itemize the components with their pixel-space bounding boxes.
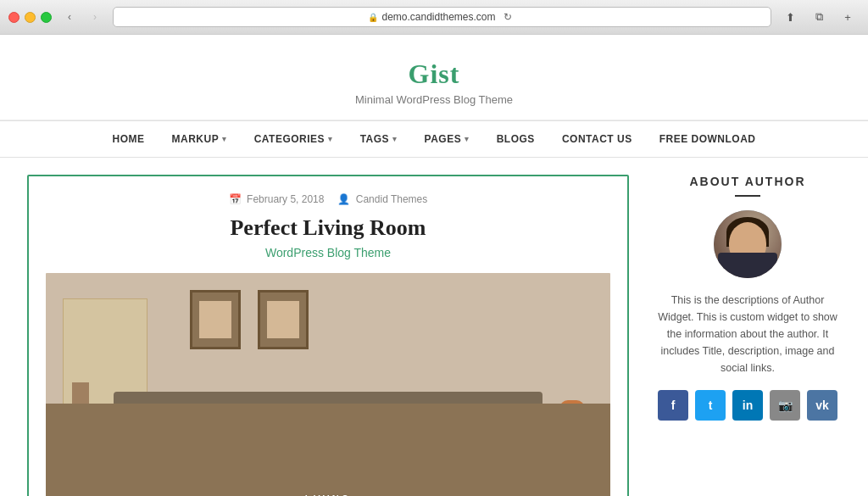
avatar-bg (714, 210, 782, 278)
nav-categories[interactable]: CATEGORIES ▾ (241, 121, 347, 157)
room-floor (46, 404, 610, 496)
minimize-button[interactable] (25, 12, 36, 23)
toolbar-right: ⬆ ⧉ + (778, 8, 860, 26)
forward-button[interactable]: › (84, 8, 106, 25)
url-bar[interactable]: 🔒 demo.candidthemes.com ↻ (113, 7, 771, 27)
article-author: 👤 Candid Themes (337, 193, 427, 205)
main-layout: 📅 February 5, 2018 👤 Candid Themes Perfe… (10, 158, 858, 496)
url-text: demo.candidthemes.com (381, 11, 495, 23)
reload-button[interactable]: ↻ (499, 8, 516, 25)
linkedin-button[interactable]: in (732, 390, 763, 421)
article-subtitle[interactable]: WordPress Blog Theme (46, 246, 610, 259)
nav-pages-arrow: ▾ (465, 135, 470, 143)
website: Gist Minimal WordPress Blog Theme HOME M… (0, 35, 868, 496)
nav-tags-arrow: ▾ (392, 135, 398, 143)
instagram-button[interactable]: 📷 (770, 390, 800, 421)
vk-button[interactable]: vk (807, 390, 837, 421)
nav-categories-arrow: ▾ (328, 135, 333, 143)
avatar-body (718, 253, 777, 278)
sidebar: ABOUT AUTHOR This is the descriptions of… (654, 175, 841, 496)
article-title[interactable]: Perfect Living Room (46, 215, 610, 241)
calendar-icon: 📅 (229, 193, 242, 205)
person-icon: 👤 (337, 193, 350, 205)
lock-icon: 🔒 (368, 13, 378, 22)
nav-buttons: ‹ › (58, 8, 106, 25)
nav-tags[interactable]: TAGS ▾ (347, 121, 411, 157)
site-nav: HOME MARKUP ▾ CATEGORIES ▾ TAGS ▾ PAGES … (0, 120, 868, 158)
picture-frame-1 (190, 290, 241, 349)
nav-blogs[interactable]: BLOGS (483, 121, 548, 157)
about-author-widget: ABOUT AUTHOR This is the descriptions of… (654, 175, 841, 421)
back-button[interactable]: ‹ (58, 8, 81, 25)
site-header: Gist Minimal WordPress Blog Theme (0, 35, 868, 120)
nav-home[interactable]: HOME (99, 121, 159, 157)
article-date: 📅 February 5, 2018 (229, 193, 325, 205)
site-tagline: Minimal WordPress Blog Theme (0, 93, 868, 106)
widget-title-bar (735, 195, 760, 197)
article-card: 📅 February 5, 2018 👤 Candid Themes Perfe… (27, 175, 629, 496)
room-scene: LIVING (46, 273, 610, 496)
twitter-button[interactable]: t (695, 390, 726, 421)
share-button[interactable]: ⬆ (778, 8, 802, 26)
nav-markup-arrow: ▾ (222, 135, 227, 143)
site-title[interactable]: Gist (0, 59, 868, 90)
author-avatar (714, 210, 782, 278)
nav-pages[interactable]: PAGES ▾ (411, 121, 483, 157)
article-meta: 📅 February 5, 2018 👤 Candid Themes (46, 193, 610, 205)
close-button[interactable] (8, 12, 19, 23)
picture-frame-2 (258, 290, 309, 349)
new-tab-button[interactable]: ⧉ (807, 8, 831, 26)
facebook-button[interactable]: f (658, 390, 688, 421)
nav-markup[interactable]: MARKUP ▾ (159, 121, 241, 157)
add-tab-button[interactable]: + (836, 8, 860, 26)
widget-title: ABOUT AUTHOR (654, 175, 841, 188)
social-links: f t in 📷 vk (654, 390, 841, 421)
nav-contact[interactable]: CONTACT US (548, 121, 646, 157)
article-image: LIVING (46, 273, 610, 496)
traffic-lights (8, 12, 52, 23)
browser-chrome: ‹ › 🔒 demo.candidthemes.com ↻ ⬆ ⧉ + (0, 0, 868, 35)
nav-free-download[interactable]: FREE DOWNLOAD (646, 121, 770, 157)
author-description: This is the descriptions of Author Widge… (654, 292, 841, 376)
maximize-button[interactable] (41, 12, 52, 23)
